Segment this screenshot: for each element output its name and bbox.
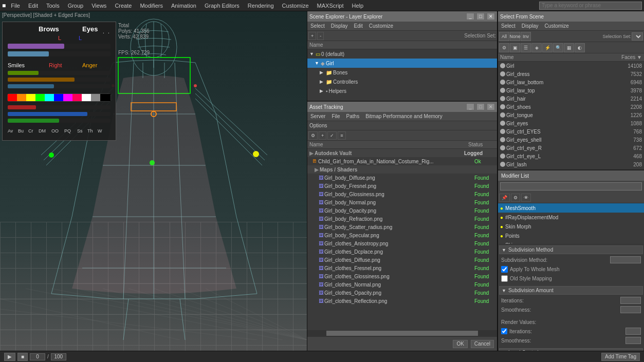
at-row-clothes-fresnel[interactable]: 🖼 Girl_clothes_Fresnel.png Found xyxy=(307,264,497,272)
sfs-none-btn[interactable]: None xyxy=(510,32,520,41)
status-play-btn[interactable]: ▶ xyxy=(4,353,15,361)
sfs-icon-8[interactable]: ◐ xyxy=(575,43,585,52)
at-row-clothes-reflection[interactable]: 🖼 Girl_clothes_Reflection.png Found xyxy=(307,297,497,305)
at-row-anisotropy[interactable]: 🖼 Girl_clothes_Anisotropy.png Found xyxy=(307,239,497,247)
at-close[interactable]: ✕ xyxy=(487,103,495,110)
sfs-row[interactable]: Girl_shoes2208 xyxy=(498,103,644,111)
se-minimize[interactable]: _ xyxy=(466,13,474,20)
render-iterations-checkbox[interactable] xyxy=(501,328,507,334)
menu-views[interactable]: Views xyxy=(88,3,109,9)
at-row-normal[interactable]: 🖼 Girl_body_Normal.png Found xyxy=(307,198,497,206)
mod-name-input[interactable]: Girl_dress xyxy=(500,182,642,190)
at-row-clothes-glossiness[interactable]: 🖼 Girl_clothes_Glossiness.png Found xyxy=(307,272,497,280)
sfs-row[interactable]: Girl_law_bottom6948 xyxy=(498,78,644,86)
sfs-icon-4[interactable]: ◈ xyxy=(531,43,542,52)
at-scroll-thumb[interactable] xyxy=(326,331,478,336)
sfs-menu-display[interactable]: Display xyxy=(519,22,542,30)
at-row-scatter[interactable]: 🖼 Girl_body_Scatter_radius.png Found xyxy=(307,223,497,231)
se-new-layer[interactable]: + xyxy=(308,32,316,40)
menu-group[interactable]: Group xyxy=(65,3,87,9)
se-item-controllers[interactable]: ▶ 📁 Controllers xyxy=(307,77,497,86)
menu-modifiers[interactable]: Modifiers xyxy=(137,3,166,9)
menu-maxscript[interactable]: MAXScript xyxy=(314,3,347,9)
sfs-row[interactable]: Girl_lash208 xyxy=(498,160,644,168)
at-row-refraction[interactable]: 🖼 Girl_body_Refraction.png Found xyxy=(307,215,497,223)
se-item-helpers[interactable]: ▶ ▪ Helpers xyxy=(307,86,497,96)
status-add-time-tag[interactable]: Add Time Tag xyxy=(601,353,640,361)
at-row-dcplace[interactable]: 🖼 Girl_clothes_Dcplace.png Found xyxy=(307,247,497,256)
at-toolbar-2[interactable]: + xyxy=(319,131,326,140)
se-item-default-layer[interactable]: ▼ ▭ 0 (default) xyxy=(307,49,497,59)
sfs-row[interactable]: Girl_eyes_shell738 xyxy=(498,136,644,144)
sfs-menu-customize[interactable]: Customize xyxy=(542,22,572,30)
sfs-row[interactable]: Girl_ctrl_eye_L468 xyxy=(498,152,644,160)
menu-help[interactable]: Help xyxy=(349,3,367,9)
sfs-row[interactable]: Girl_ctrl_EYES768 xyxy=(498,127,644,136)
sfs-icon-6[interactable]: 🔍 xyxy=(553,43,563,52)
menu-graph-editors[interactable]: Graph Editors xyxy=(201,3,243,9)
sfs-menu-select[interactable]: Select xyxy=(498,22,519,30)
status-stop-btn[interactable]: ■ xyxy=(17,353,28,361)
sfs-row[interactable]: Girl_ctrl_eye_R672 xyxy=(498,144,644,152)
at-row-diffuse[interactable]: 🖼 Girl_body_Diffuse.png Found xyxy=(307,174,497,182)
se-menu-customize[interactable]: Customize xyxy=(366,22,396,31)
at-row-vault[interactable]: ▶ Autodesk Vault Logged xyxy=(307,149,497,157)
at-toolbar-4[interactable]: ≡ xyxy=(338,131,345,140)
at-menu-bitmap[interactable]: Bitmap Performance and Memory xyxy=(362,112,446,121)
sfs-row[interactable]: Girl_law_top3978 xyxy=(498,86,644,94)
apply-whole-mesh-checkbox[interactable] xyxy=(501,266,508,273)
mod-item-points[interactable]: ● Points xyxy=(498,231,644,240)
sfs-row[interactable]: Girl_dress_button001176 xyxy=(498,168,644,169)
at-row-clothes-opacity[interactable]: 🖼 Girl_clothes_Opacity.png Found xyxy=(307,289,497,297)
at-maximize[interactable]: □ xyxy=(476,103,485,110)
sfs-icon-5[interactable]: ⚡ xyxy=(542,43,553,52)
sfs-row[interactable]: Girl14108 xyxy=(498,62,644,70)
sfs-icon-7[interactable]: ▦ xyxy=(564,43,574,52)
sfs-selection-set-dropdown[interactable] xyxy=(632,32,643,41)
iterations-value[interactable]: 1 xyxy=(620,297,641,304)
menu-animation[interactable]: Animation xyxy=(168,3,199,9)
param-section-title-subdiv-amount[interactable]: ▼ Subdivision Amount xyxy=(499,286,643,295)
sfs-icon-2[interactable]: ▣ xyxy=(510,43,520,52)
render-smoothness-value[interactable]: 1.0 xyxy=(625,337,641,344)
at-row-opacity[interactable]: 🖼 Girl_body_Opacity.png Found xyxy=(307,206,497,215)
menu-customize[interactable]: Customize xyxy=(279,3,312,9)
se-menu-edit[interactable]: Edit xyxy=(351,22,366,31)
mod-item-skin[interactable]: ● Skin xyxy=(498,240,644,244)
status-end-input[interactable] xyxy=(51,353,66,360)
param-section-title-subdiv-method[interactable]: ▼ Subdivision Method xyxy=(499,245,643,254)
at-titlebar[interactable]: Asset Tracking _ □ ✕ xyxy=(307,102,497,112)
at-row-glossiness[interactable]: 🖼 Girl_body_Glossiness.png Found xyxy=(307,190,497,198)
sfs-row[interactable]: Girl_eyes1088 xyxy=(498,119,644,127)
smoothness-value[interactable]: 1.0 xyxy=(620,306,641,313)
at-row-clothes-diffuse[interactable]: 🖼 Girl_clothes_Diffuse.png Found xyxy=(307,256,497,264)
at-row-maps[interactable]: ▶ Maps / Shaders xyxy=(307,165,497,174)
se-close[interactable]: ✕ xyxy=(487,13,495,20)
at-menu-server[interactable]: Server xyxy=(307,112,328,121)
sfs-icon-1[interactable]: ⚙ xyxy=(499,43,509,52)
mod-pin[interactable]: 📌 xyxy=(499,194,510,202)
param-method-value[interactable]: NURMS xyxy=(610,256,641,263)
at-toolbar-1[interactable]: ⚙ xyxy=(308,131,318,140)
sfs-invert-btn[interactable]: Inv xyxy=(521,32,531,41)
at-row-child-file[interactable]: 🖹 Child_Girl_from_Asia_in_National_Costu… xyxy=(307,157,497,165)
mod-show[interactable]: 👁 xyxy=(521,194,531,202)
sfs-icon-3[interactable]: ☰ xyxy=(521,43,531,52)
at-cancel-button[interactable]: Cancel xyxy=(471,340,494,348)
sfs-titlebar[interactable]: Select From Scene xyxy=(498,11,644,22)
menu-create[interactable]: Create xyxy=(112,3,135,9)
sfs-row[interactable]: Girl_dress7532 xyxy=(498,70,644,78)
se-menu-select[interactable]: Select xyxy=(307,22,328,31)
at-row-clothes-normal[interactable]: 🖼 Girl_clothes_Normal.png Found xyxy=(307,280,497,289)
search-input[interactable] xyxy=(539,2,642,10)
mod-config[interactable]: ⚙ xyxy=(511,194,520,202)
se-item-girl[interactable]: ▼ ◆ Girl xyxy=(307,59,497,68)
menu-edit[interactable]: Edit xyxy=(25,3,41,9)
se-titlebar[interactable]: Scene Explorer - Layer Explorer _ □ ✕ xyxy=(307,11,497,22)
status-position-input[interactable] xyxy=(30,353,45,360)
se-menu-display[interactable]: Display xyxy=(328,22,351,31)
se-item-bones[interactable]: ▶ 📁 Bones xyxy=(307,68,497,77)
sfs-row[interactable]: Girl_hair2214 xyxy=(498,94,644,103)
mod-item-skinmorph[interactable]: ● Skin Morph xyxy=(498,222,644,231)
at-minimize[interactable]: _ xyxy=(466,103,474,110)
